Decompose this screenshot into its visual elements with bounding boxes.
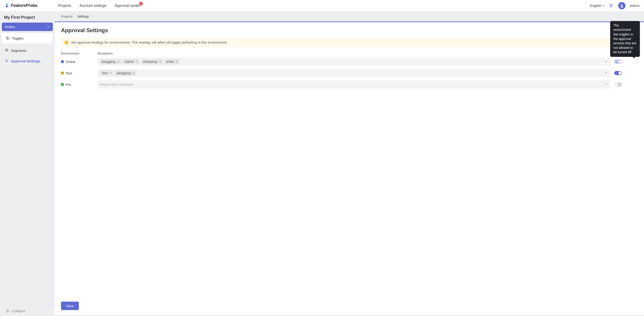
environment-name: Pre [66,83,71,86]
page-title: Approval Settings [61,27,638,33]
info-banner: ! Set approval strategy for environments… [61,38,638,47]
environment-color-swatch [61,72,64,74]
gear-icon [4,59,9,63]
environment-selector[interactable]: Online [2,22,53,31]
breadcrumb: Projects › Settings [54,11,644,21]
remove-reviewer-icon[interactable]: ✕ [176,60,178,63]
enable-approval-toggle [614,60,622,64]
remove-reviewer-icon[interactable]: ✕ [132,71,134,75]
reviewers-select[interactable]: Test✕jianggang✕ [98,69,610,77]
language-selector[interactable]: English [590,4,604,7]
reviewers-placeholder: Please select reviewers [100,83,134,86]
chevron-down-icon [605,60,608,63]
logo-icon [4,3,10,8]
environment-color-swatch [61,83,64,86]
logo[interactable]: FeatureProbe [4,3,38,8]
reviewers-select[interactable]: jianggang✕Admin✕zhaopeng✕writer✕ [98,57,610,66]
svg-point-1 [621,4,622,6]
help-icon[interactable]: ? [608,3,614,8]
chevron-down-icon [47,25,50,28]
reviewer-tag: jianggang✕ [115,70,137,76]
collapse-icon [6,309,10,313]
chevron-down-icon [605,71,608,75]
svg-text:?: ? [610,4,612,7]
approval-badge: 1 [139,2,143,5]
sidebar-item-segments[interactable]: Segments [2,46,53,55]
enable-approval-toggle[interactable] [614,82,622,86]
sidebar: My First Project Online Toggles Segments… [0,11,54,316]
environment-label: Online [61,60,98,64]
person-icon [620,4,624,7]
reviewer-tag: jianggang✕ [100,59,122,64]
svg-point-3 [8,37,8,38]
svg-point-6 [6,49,7,50]
user-name: Admin [630,4,640,7]
toggles-icon [6,36,10,40]
environment-label: Test [61,71,98,75]
svg-point-8 [6,60,7,62]
reviewer-tag: Admin✕ [123,59,140,64]
chevron-down-icon [605,83,608,86]
chevron-down-icon [602,4,604,7]
segments-icon [4,48,9,52]
info-text: Set approval strategy for environments. … [71,40,228,44]
svg-point-5 [7,38,8,39]
remove-reviewer-icon[interactable]: ✕ [159,60,161,63]
environment-row: Onlinejianggang✕Admin✕zhaopeng✕writer✕Th… [61,57,638,66]
save-button[interactable]: Save [61,302,79,310]
nav-account-settings[interactable]: Account settings [80,4,106,8]
nav-approval-center[interactable]: Approval center 1 [114,4,140,8]
environment-row: PrePlease select reviewers [61,80,638,89]
reviewer-tag: Test✕ [100,70,114,76]
sidebar-item-toggles[interactable]: Toggles [3,34,52,42]
environment-row: TestTest✕jianggang✕ [61,69,638,77]
environment-name: Test [66,71,72,75]
breadcrumb-projects[interactable]: Projects [61,14,73,18]
reviewer-tag: zhaopeng✕ [141,59,163,64]
remove-reviewer-icon[interactable]: ✕ [136,60,138,63]
enable-approval-toggle[interactable] [614,71,622,75]
column-reviewers: Reviewers: [98,52,610,55]
reviewer-tag: writer✕ [164,59,180,64]
collapse-button[interactable]: Collapse [6,309,49,313]
environment-label: Pre [61,83,98,86]
warning-icon: ! [65,41,68,44]
breadcrumb-current: Settings [77,14,89,18]
sidebar-item-approval-settings[interactable]: Approval Settings [2,57,53,65]
user-avatar[interactable] [618,2,626,9]
svg-point-7 [7,49,8,50]
environment-color-swatch [61,60,64,63]
column-environment: Environment: [61,52,98,55]
chevron-right-icon: › [74,14,76,18]
reviewers-select[interactable]: Please select reviewers [98,80,610,89]
brand-name: FeatureProbe [11,3,38,8]
nav-projects[interactable]: Projects [58,4,71,8]
remove-reviewer-icon[interactable]: ✕ [118,60,120,63]
environment-name: Online [66,60,76,64]
remove-reviewer-icon[interactable]: ✕ [110,71,112,75]
disabled-toggle-tooltip: The environment has toggles in the appro… [610,21,640,57]
project-title: My First Project [0,11,54,22]
